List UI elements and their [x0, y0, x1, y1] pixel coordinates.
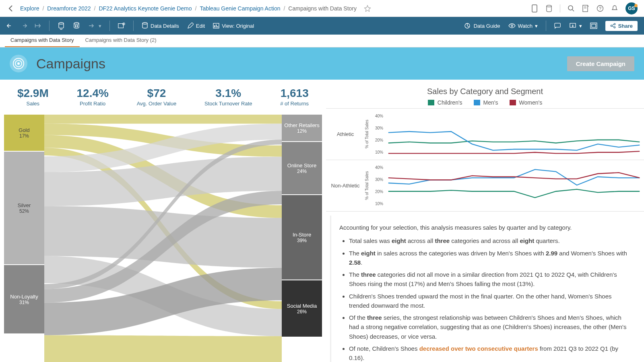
edit-label: Edit: [196, 23, 205, 29]
sankey-node[interactable]: Social Media26%: [282, 280, 322, 337]
kpi-value: 3.1%: [204, 87, 252, 100]
breadcrumb-link[interactable]: Explore: [20, 5, 39, 12]
svg-point-11: [74, 23, 79, 24]
sankey-node[interactable]: Non-Loyalty31%: [4, 265, 44, 333]
kpi-avg-order[interactable]: $72Avg. Order Value: [137, 87, 177, 107]
legend-label: Children's: [438, 99, 462, 106]
chart-segment-label: Athletic: [326, 109, 365, 160]
sankey-node-pct: 26%: [297, 309, 307, 315]
kpi-returns[interactable]: 1,613# of Returns: [280, 87, 309, 107]
svg-point-10: [59, 23, 64, 24]
svg-line-31: [612, 25, 614, 25]
svg-point-23: [511, 25, 513, 27]
kpi-label: Sales: [17, 101, 49, 107]
breadcrumb-link[interactable]: Tableau Genie Campaign Action: [200, 5, 280, 12]
kpi-sales[interactable]: $2.9MSales: [17, 87, 49, 107]
story-bullet: Of note, Children's Shoes decreased over…: [349, 344, 633, 362]
page-title: Campaigns: [36, 56, 558, 72]
kpi-value: 1,613: [280, 87, 309, 100]
sankey-node-pct: 12%: [297, 128, 307, 134]
svg-point-17: [142, 23, 147, 24]
kpi-row: $2.9MSales 12.4%Profit Ratio $72Avg. Ord…: [3, 87, 323, 107]
favorite-icon[interactable]: [364, 5, 371, 12]
help-icon[interactable]: ?: [597, 5, 604, 12]
story-bullet: The three categories did not all move in…: [349, 270, 633, 289]
sheet-tabs: Campaigns with Data Story Campaigns with…: [0, 35, 644, 47]
tab-campaigns-story-2[interactable]: Campaigns with Data Story (2): [80, 35, 162, 47]
story-bullet: The eight in sales across the categories…: [349, 249, 633, 267]
comment-icon[interactable]: [554, 22, 561, 29]
sankey-node-label: Online Store: [287, 162, 316, 169]
story-intro: Accounting for your selection, this anal…: [339, 223, 633, 232]
sankey-node-pct: 24%: [297, 169, 307, 174]
svg-rect-19: [214, 25, 215, 27]
chart-title: Sales by Category and Segment: [326, 87, 644, 96]
database-icon[interactable]: [545, 5, 553, 12]
avatar[interactable]: GS: [625, 2, 638, 14]
kpi-label: Avg. Order Value: [137, 101, 177, 107]
chart-plot[interactable]: [384, 160, 644, 211]
sankey-node-label: Silver: [18, 202, 31, 208]
sankey-node[interactable]: Online Store24%: [282, 142, 322, 194]
search-icon[interactable]: [568, 5, 575, 12]
watch-dropdown[interactable]: Watch ▾: [508, 23, 538, 29]
kpi-value: 12.4%: [77, 87, 109, 100]
replay-dropdown[interactable]: ▾: [88, 23, 101, 29]
svg-text:+: +: [123, 23, 125, 25]
device-icon[interactable]: [531, 5, 538, 12]
back-button[interactable]: [6, 4, 16, 13]
breadcrumb-link[interactable]: Dreamforce 2022: [47, 5, 91, 12]
svg-rect-21: [217, 26, 218, 27]
download-dropdown[interactable]: ▾: [570, 23, 582, 29]
legend-swatch: [428, 100, 434, 105]
legend-label: Men's: [483, 99, 498, 106]
view-button[interactable]: View: Original: [213, 23, 254, 29]
create-campaign-button[interactable]: Create Campaign: [567, 56, 634, 71]
kpi-value: $72: [137, 87, 177, 100]
fullscreen-icon[interactable]: [590, 22, 597, 29]
page-banner: Campaigns Create Campaign: [0, 47, 644, 80]
status-badge: [634, 4, 638, 7]
svg-text:+: +: [587, 5, 589, 8]
legend-item[interactable]: Men's: [474, 99, 498, 106]
revert-icon[interactable]: [34, 22, 41, 29]
data-guide-button[interactable]: Data Guide: [464, 23, 500, 29]
story-bullet: Of the three series, the strongest relat…: [349, 313, 633, 341]
tab-campaigns-story[interactable]: Campaigns with Data Story: [5, 35, 80, 47]
svg-point-2: [568, 6, 573, 10]
sankey-node[interactable]: In-Store39%: [282, 195, 322, 280]
story-bullet: Total sales was eight across all three c…: [349, 236, 633, 245]
chart-plot[interactable]: [384, 109, 644, 160]
sankey-node[interactable]: Other Retailers12%: [282, 115, 322, 141]
breadcrumb-current: Campaigns with Data Story: [288, 5, 357, 12]
kpi-label: # of Returns: [280, 101, 309, 107]
undo-icon[interactable]: [6, 22, 14, 29]
svg-line-3: [572, 10, 574, 11]
legend-item[interactable]: Women's: [510, 99, 543, 106]
refresh-icon[interactable]: [58, 22, 65, 29]
breadcrumb-link[interactable]: DF22 Analytics Keynote Genie Demo: [99, 5, 192, 12]
svg-line-32: [612, 26, 614, 27]
sankey-node[interactable]: Silver52%: [4, 152, 44, 264]
legend-item[interactable]: Children's: [428, 99, 462, 106]
redo-icon[interactable]: [20, 22, 27, 29]
edit-button[interactable]: Edit: [187, 23, 205, 29]
sankey-chart[interactable]: Gold17%Silver52%Non-Loyalty31% Other Ret…: [3, 115, 323, 362]
data-details-button[interactable]: Data Details: [142, 22, 179, 29]
chart-ylabel: % of Total Sales: [365, 109, 370, 160]
sankey-node[interactable]: Gold17%: [4, 115, 44, 151]
notifications-icon[interactable]: [611, 5, 618, 12]
pause-icon[interactable]: [73, 22, 80, 29]
svg-point-35: [17, 62, 20, 65]
line-charts[interactable]: Athletic% of Total Sales40%30%20%10%Non-…: [326, 108, 644, 212]
legend-label: Women's: [519, 99, 543, 106]
kpi-profit-ratio[interactable]: 12.4%Profit Ratio: [77, 87, 109, 107]
svg-point-1: [547, 5, 551, 6]
story-bullet: Children's Shoes trended upward the most…: [349, 292, 633, 311]
kpi-stock-turnover[interactable]: 3.1%Stock Turnover Rate: [204, 87, 252, 107]
new-worksheet-icon[interactable]: +: [118, 22, 125, 29]
sankey-node-pct: 31%: [19, 300, 29, 305]
svg-point-29: [614, 23, 615, 25]
share-button[interactable]: Share: [605, 21, 638, 31]
note-icon[interactable]: +: [582, 5, 589, 12]
